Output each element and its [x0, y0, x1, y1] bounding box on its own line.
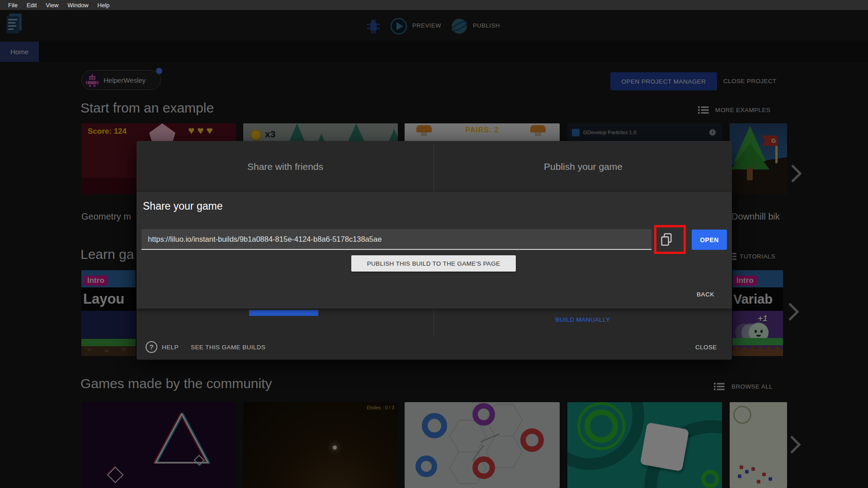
share-url-field[interactable]: https://liluo.io/instant-builds/9b1a0884… — [142, 229, 651, 250]
help-link[interactable]: HELP — [162, 344, 179, 351]
tab-label: Share with friends — [247, 161, 323, 172]
menubar: File Edit View Window Help — [0, 0, 868, 10]
menu-edit[interactable]: Edit — [22, 2, 41, 9]
publish-build-button[interactable]: PUBLISH THIS BUILD TO THE GAME'S PAGE — [351, 255, 516, 272]
open-button[interactable]: OPEN — [692, 230, 727, 250]
back-button[interactable]: BACK — [694, 291, 717, 298]
help-icon[interactable]: ? — [146, 341, 157, 353]
close-button[interactable]: CLOSE — [695, 344, 717, 351]
annotation-highlight-box — [654, 225, 686, 254]
menu-window[interactable]: Window — [63, 2, 93, 9]
menu-help[interactable]: Help — [93, 2, 114, 9]
tab-indicator — [249, 310, 318, 316]
share-your-game-panel: Share your game https://liluo.io/instant… — [137, 192, 732, 309]
see-builds-link[interactable]: SEE THIS GAME BUILDS — [191, 344, 265, 351]
tab-publish-your-game[interactable]: Publish your game — [434, 141, 732, 192]
app-window: File Edit View Window Help — [0, 0, 868, 488]
build-manually-link[interactable]: BUILD MANUALLY — [556, 316, 610, 323]
tab-label: Publish your game — [544, 161, 623, 172]
menu-file[interactable]: File — [4, 2, 22, 9]
tab-share-with-friends[interactable]: Share with friends — [137, 141, 434, 192]
share-url-text: https://liluo.io/instant-builds/9b1a0884… — [148, 235, 382, 244]
menu-view[interactable]: View — [41, 2, 63, 9]
panel-title: Share your game — [143, 200, 222, 212]
share-dialog: Share with friends Publish your game BUI… — [137, 141, 732, 360]
